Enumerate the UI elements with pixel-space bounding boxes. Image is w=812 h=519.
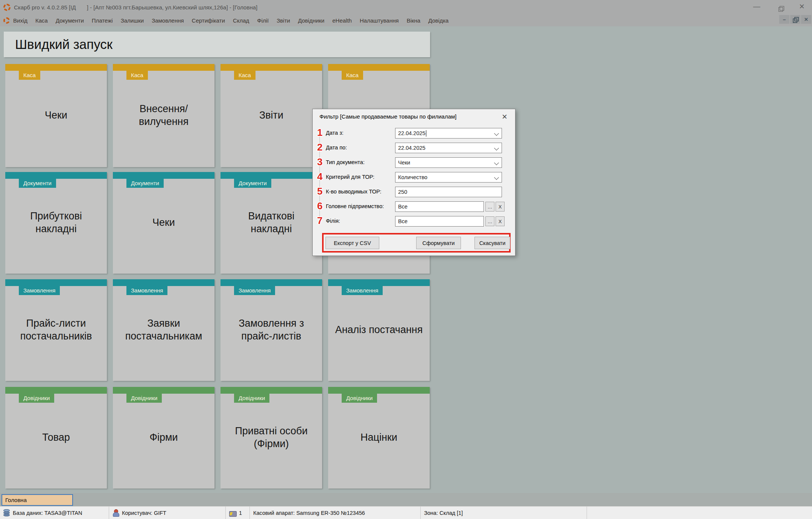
date-to-label: Дата по: — [326, 145, 347, 151]
menu-item-branches[interactable]: Філії — [257, 17, 269, 24]
tile-markups[interactable]: Довідники Націнки — [328, 387, 430, 489]
tile-supplier-requests[interactable]: Замовлення Заявки постачальникам — [113, 279, 214, 381]
tile-label: Чеки — [5, 64, 107, 167]
tile-label: Прайс-листи постачальників — [5, 279, 107, 381]
doc-type-label: Тип документа: — [326, 159, 365, 165]
tile-label: Видаткові накладні — [220, 172, 322, 274]
tile-goods[interactable]: Довідники Товар — [5, 387, 107, 489]
tile-label: Приватні особи (Фірми) — [220, 387, 322, 489]
status-bar: База даних: TASA3@TITAN Користувач: GIFT… — [0, 506, 812, 519]
tile-label: Націнки — [328, 387, 430, 489]
tab-main[interactable]: Головна — [2, 494, 73, 506]
tile-outgoing-invoices[interactable]: Документи Видаткові накладні — [220, 172, 322, 274]
top-criterion-label: Критерий для ТОР: — [326, 174, 374, 180]
annotation-number-1: 1 — [315, 127, 325, 139]
menu-item-cash[interactable]: Каса — [35, 17, 48, 24]
minimize-button[interactable]: — — [752, 2, 762, 11]
status-cash-count: 1 — [239, 510, 242, 516]
top-count-input[interactable]: 250 — [395, 187, 502, 197]
doc-type-value: Чеки — [398, 160, 410, 166]
database-icon — [3, 509, 10, 516]
tile-orders-from-price-lists[interactable]: Замовлення Замовлення з прайс-листів — [220, 279, 322, 381]
menu-item-warehouse[interactable]: Склад — [233, 17, 249, 24]
date-from-combo[interactable]: 22.04.2025 — [395, 128, 502, 139]
tile-supply-analysis[interactable]: Замовлення Аналіз постачання — [328, 279, 430, 381]
menu-item-reports[interactable]: Звіти — [277, 17, 290, 24]
menu-item-certificates[interactable]: Сертифікати — [192, 17, 225, 24]
branch-value: Все — [398, 218, 408, 224]
tile-label: Чеки — [113, 172, 214, 274]
date-from-value: 22.04.2025 — [398, 130, 426, 136]
status-zone: Зона: Склад [1] — [424, 510, 463, 516]
tile-label: Товар — [5, 387, 107, 489]
status-cash-register: Касовий апарат: Samsung ER-350 №123456 — [253, 510, 365, 516]
main-enterprise-clear-button[interactable]: X — [496, 202, 505, 212]
cash-register-icon — [229, 510, 236, 516]
tile-supplier-price-lists[interactable]: Замовлення Прайс-листи постачальників — [5, 279, 107, 381]
annotation-number-7: 7 — [315, 215, 325, 227]
date-to-combo[interactable]: 22.04.2025 — [395, 143, 502, 153]
menu-item-settings[interactable]: Налаштування — [360, 17, 399, 24]
chevron-down-icon — [494, 146, 499, 151]
branch-field[interactable]: Все — [395, 216, 484, 227]
tile-cash-reports[interactable]: Каса Звіти — [220, 64, 322, 167]
menu-item-orders[interactable]: Замовлення — [152, 17, 184, 24]
doc-type-combo[interactable]: Чеки — [395, 157, 502, 168]
tile-label: Звіти — [220, 64, 322, 167]
page-title: Швидкий запуск — [15, 37, 113, 52]
branch-browse-button[interactable]: … — [485, 216, 494, 226]
close-button[interactable]: × — [797, 2, 807, 11]
app-logo-icon — [3, 4, 11, 11]
tile-checks-cash[interactable]: Каса Чеки — [5, 64, 107, 167]
generate-button[interactable]: Сформувати — [416, 237, 461, 249]
dialog-title: Фильтр [Самые продаваемые товары по фили… — [319, 113, 456, 120]
menu-item-help[interactable]: Довідка — [428, 17, 449, 24]
title-bar: Скарб pro v. 4.0.2.85 [ІД ] - [Апт №003 … — [0, 0, 812, 14]
menu-item-exit[interactable]: Вихід — [13, 17, 27, 24]
mdi-restore-button[interactable] — [790, 15, 800, 24]
menu-item-stock-balance[interactable]: Залишки — [121, 17, 144, 24]
date-to-value: 22.04.2025 — [398, 145, 426, 151]
tile-label: Замовлення з прайс-листів — [220, 279, 322, 381]
cancel-button[interactable]: Скасувати — [474, 237, 510, 249]
top-criterion-value: Количество — [398, 174, 427, 180]
chevron-down-icon — [494, 131, 499, 136]
branch-label: Філія: — [326, 218, 340, 224]
main-enterprise-value: Все — [398, 204, 408, 210]
workspace: Швидкий запуск Каса Чеки Каса Внесення/в… — [0, 26, 812, 493]
tile-incoming-invoices[interactable]: Документи Прибуткові накладні — [5, 172, 107, 274]
top-count-value: 250 — [398, 189, 407, 195]
menu-item-directories[interactable]: Довідники — [298, 17, 324, 24]
tile-label: Фірми — [113, 387, 214, 489]
menu-item-windows[interactable]: Вікна — [407, 17, 421, 24]
status-user: Користувач: GIFT — [122, 510, 166, 516]
text-caret — [426, 130, 427, 137]
tile-label: Внесення/вилучення — [113, 64, 214, 167]
window-title: Скарб pro v. 4.0.2.85 [ІД ] - [Апт №003 … — [14, 4, 257, 11]
status-filler — [587, 507, 812, 519]
menu-item-documents[interactable]: Документи — [56, 17, 84, 24]
filter-dialog: Фильтр [Самые продаваемые товары по фили… — [312, 109, 515, 256]
main-enterprise-field[interactable]: Все — [395, 201, 484, 212]
main-enterprise-browse-button[interactable]: … — [485, 202, 494, 212]
tile-deposit-withdrawal[interactable]: Каса Внесення/вилучення — [113, 64, 214, 167]
tile-firms[interactable]: Довідники Фірми — [113, 387, 214, 489]
main-enterprise-label: Головне підприемство: — [326, 203, 384, 209]
tile-checks-documents[interactable]: Документи Чеки — [113, 172, 214, 274]
export-csv-button[interactable]: Експорт у CSV — [325, 237, 379, 249]
mdi-close-button[interactable]: × — [801, 15, 811, 24]
branch-clear-button[interactable]: X — [496, 216, 505, 226]
top-criterion-combo[interactable]: Количество — [395, 172, 502, 183]
annotation-number-2: 2 — [315, 142, 325, 153]
menu-item-ehealth[interactable]: eHealth — [332, 17, 352, 24]
dialog-close-icon[interactable]: × — [499, 111, 510, 122]
mdi-restore-icon — [794, 18, 797, 21]
menu-item-payments[interactable]: Платежі — [92, 17, 113, 24]
annotation-number-5: 5 — [315, 186, 325, 197]
date-from-label: Дата з: — [326, 130, 344, 136]
status-database: База даних: TASA3@TITAN — [13, 510, 82, 516]
tile-private-persons[interactable]: Довідники Приватні особи (Фірми) — [220, 387, 322, 489]
user-icon — [113, 509, 119, 516]
mdi-minimize-button[interactable]: – — [779, 15, 789, 24]
tile-label: Аналіз постачання — [328, 279, 430, 381]
